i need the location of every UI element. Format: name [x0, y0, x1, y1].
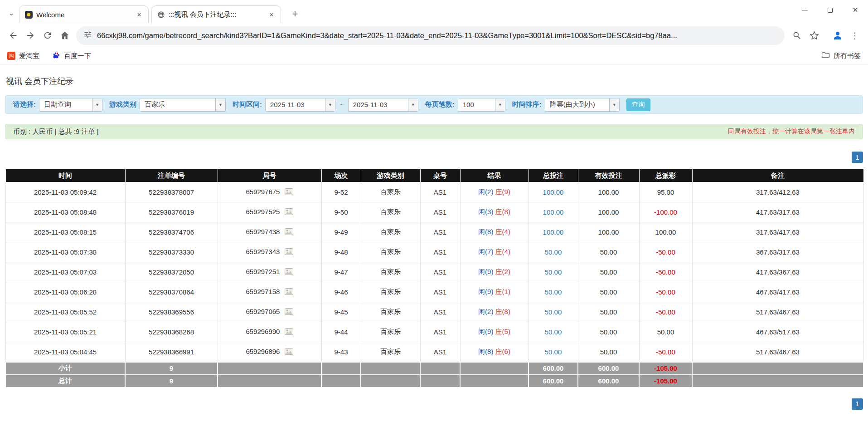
sort-value: 降幂(由大到小) — [545, 98, 609, 111]
round-image-icon[interactable] — [285, 248, 293, 256]
cell-time: 2025-11-03 05:07:38 — [5, 242, 125, 262]
globe-favicon-icon — [157, 11, 165, 19]
cell-total-bet[interactable]: 50.00 — [529, 302, 578, 322]
cell-remark: 467.63/417.63 — [692, 282, 863, 302]
tab-strip: ⌄ Welcome ✕ :::视讯 会员下注纪录::: ✕ + ✕ — [0, 0, 868, 23]
zoom-icon[interactable] — [788, 27, 805, 44]
browser-toolbar: 66cxkj98.com/game/betrecord_search/kind3… — [0, 23, 868, 48]
close-button[interactable]: ✕ — [843, 0, 868, 20]
round-image-icon[interactable] — [285, 308, 293, 316]
minimize-button[interactable] — [792, 0, 817, 20]
bookmark-baidu[interactable]: 百度一下 — [52, 51, 91, 61]
round-image-icon[interactable] — [285, 228, 293, 236]
chevron-down-icon[interactable]: ▼ — [495, 98, 505, 111]
address-bar[interactable]: 66cxkj98.com/game/betrecord_search/kind3… — [76, 26, 785, 45]
maximize-button[interactable] — [817, 0, 843, 20]
cell-table-no: AS1 — [420, 222, 460, 242]
cell-total-bet[interactable]: 100.00 — [529, 182, 578, 202]
cell-bet-id: 522938369556 — [125, 302, 218, 322]
table-row: 2025-11-03 05:08:15522938374706659297438… — [5, 222, 863, 242]
page-1-button[interactable]: 1 — [852, 152, 863, 163]
chevron-down-icon[interactable]: ▼ — [325, 98, 335, 111]
site-info-icon[interactable] — [83, 30, 92, 41]
cell-total-bet[interactable]: 50.00 — [529, 282, 578, 302]
page-1-button[interactable]: 1 — [852, 398, 863, 410]
page-size-select[interactable]: 100 ▼ — [458, 98, 505, 112]
cell-remark: 367.63/317.63 — [692, 242, 863, 262]
cell-total-bet[interactable]: 100.00 — [529, 222, 578, 242]
sort-select[interactable]: 降幂(由大到小) ▼ — [545, 98, 620, 112]
cell-game-type: 百家乐 — [361, 222, 420, 242]
chevron-down-icon[interactable]: ▼ — [92, 98, 102, 111]
round-image-icon[interactable] — [285, 348, 293, 356]
result-banker: 庄(8) — [495, 308, 510, 315]
tab-close-icon[interactable]: ✕ — [267, 10, 276, 19]
col-header-game-type: 游戏类别 — [361, 169, 420, 182]
bookmark-taobao[interactable]: 淘 爱淘宝 — [7, 52, 39, 60]
cell-game-type: 百家乐 — [361, 282, 420, 302]
footer-empty-cell — [321, 375, 361, 388]
round-image-icon[interactable] — [285, 328, 293, 336]
search-button[interactable]: 查询 — [626, 98, 650, 111]
game-type-label: 游戏类别 — [109, 100, 136, 109]
footer-empty-cell — [420, 362, 460, 375]
welcome-favicon-icon — [25, 11, 33, 19]
game-type-select[interactable]: 百家乐 ▼ — [140, 98, 226, 112]
table-row: 2025-11-03 05:05:21522938368268659296990… — [5, 322, 863, 342]
round-image-icon[interactable] — [285, 288, 293, 296]
cell-total-bet[interactable]: 50.00 — [529, 262, 578, 282]
cell-result: 闲(2) 庄(8) — [460, 302, 529, 322]
result-player: 闲(3) — [478, 208, 493, 216]
menu-dots-icon[interactable]: ⋮ — [846, 27, 863, 44]
chevron-down-icon[interactable]: ▼ — [609, 98, 619, 111]
result-player: 闲(7) — [478, 248, 493, 255]
reload-button[interactable] — [39, 27, 56, 44]
footer-payout: -105.00 — [639, 362, 692, 375]
cell-table-no: AS1 — [420, 182, 460, 202]
cell-result: 闲(9) 庄(1) — [460, 282, 529, 302]
cell-remark: 417.63/317.63 — [692, 202, 863, 222]
cell-total-bet[interactable]: 50.00 — [529, 242, 578, 262]
footer-empty-cell — [218, 375, 321, 388]
date-mode-value: 日期查询 — [39, 98, 92, 111]
footer-label: 小计 — [5, 362, 125, 375]
table-row: 2025-11-03 05:08:48522938376019659297525… — [5, 202, 863, 222]
result-player: 闲(8) — [478, 228, 493, 236]
col-header-payout: 总派彩 — [639, 169, 692, 182]
page-size-label: 每页笔数: — [425, 100, 455, 109]
profile-avatar-icon[interactable] — [829, 27, 846, 44]
cell-round-id: 659297158 — [218, 282, 321, 302]
cell-session: 9-43 — [321, 342, 361, 362]
round-image-icon[interactable] — [285, 208, 293, 216]
bookmark-star-icon[interactable] — [805, 27, 823, 44]
date-start-select[interactable]: 2025-11-03 ▼ — [265, 98, 335, 112]
cell-round-id: 659297065 — [218, 302, 321, 322]
tab-search-chevron-icon[interactable]: ⌄ — [5, 7, 17, 19]
tab-close-icon[interactable]: ✕ — [135, 10, 144, 19]
date-mode-select[interactable]: 日期查询 ▼ — [39, 98, 102, 112]
chevron-down-icon[interactable]: ▼ — [408, 98, 418, 111]
new-tab-button[interactable]: + — [288, 7, 302, 21]
date-end-select[interactable]: 2025-11-03 ▼ — [348, 98, 418, 112]
cell-session: 9-46 — [321, 282, 361, 302]
tab-welcome[interactable]: Welcome ✕ — [19, 5, 149, 23]
home-button[interactable] — [56, 27, 73, 44]
all-bookmarks-label: 所有书签 — [834, 52, 861, 60]
cell-remark: 317.63/412.63 — [692, 182, 863, 202]
cell-total-bet[interactable]: 50.00 — [529, 322, 578, 342]
all-bookmarks-button[interactable]: 所有书签 — [821, 51, 861, 61]
cell-bet-id: 522938372050 — [125, 262, 218, 282]
round-image-icon[interactable] — [285, 268, 293, 276]
cell-total-bet[interactable]: 50.00 — [529, 342, 578, 362]
forward-button[interactable] — [22, 27, 39, 44]
cell-bet-id: 522938376019 — [125, 202, 218, 222]
cell-total-bet[interactable]: 100.00 — [529, 202, 578, 222]
back-button[interactable] — [5, 27, 22, 44]
footer-count: 9 — [125, 362, 218, 375]
round-image-icon[interactable] — [285, 188, 293, 196]
tab-betrecord[interactable]: :::视讯 会员下注纪录::: ✕ — [151, 5, 281, 23]
bookmarks-bar: 淘 爱淘宝 百度一下 所有书签 — [0, 48, 868, 64]
footer-count: 9 — [125, 375, 218, 388]
chevron-down-icon[interactable]: ▼ — [215, 98, 225, 111]
maximize-icon — [828, 8, 833, 13]
